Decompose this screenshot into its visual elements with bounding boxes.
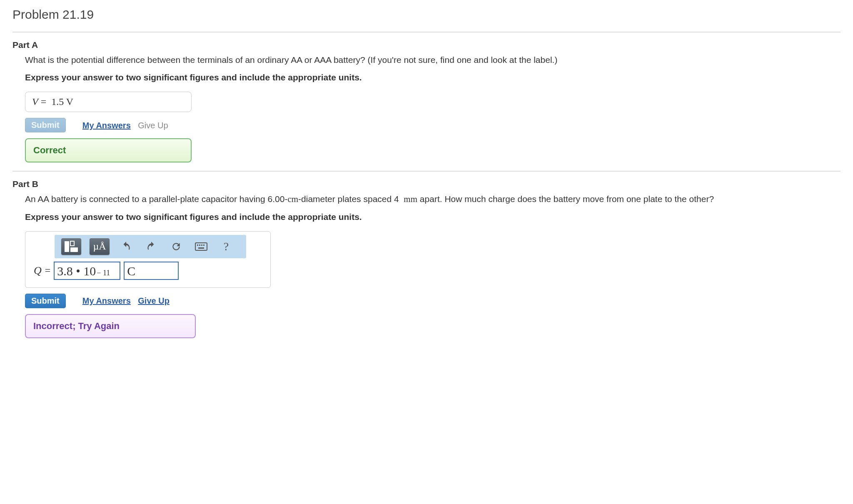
q-text: apart. How much charge does the battery … (417, 194, 714, 204)
part-a-feedback: Correct (25, 138, 192, 162)
keyboard-icon[interactable] (193, 238, 210, 255)
redo-icon[interactable] (143, 238, 160, 255)
svg-rect-0 (65, 241, 69, 252)
part-a-answer-value: 1.5 V (51, 96, 73, 107)
part-a-answer-var: V (32, 96, 38, 107)
part-b-instruction: Express your answer to two significant f… (25, 212, 841, 222)
submit-button[interactable]: Submit (25, 118, 66, 132)
part-b-answer-var: Q (34, 264, 42, 277)
svg-rect-1 (70, 241, 74, 246)
q-unit: cm (287, 194, 298, 204)
part-a-header: Part A (12, 40, 841, 50)
svg-rect-3 (195, 243, 207, 250)
part-b-question: An AA battery is connected to a parallel… (25, 193, 841, 205)
part-a-answer-box: V = 1.5 V (25, 92, 192, 112)
divider (12, 171, 841, 172)
svg-rect-2 (70, 247, 78, 252)
q-text: -diameter plates spaced 4 (298, 194, 401, 204)
give-up-link: Give Up (138, 121, 168, 130)
problem-title: Problem 21.19 (12, 7, 841, 22)
svg-rect-8 (198, 247, 204, 249)
value-input[interactable]: 3.8 • 10− 11 (54, 262, 120, 280)
unit-input[interactable]: C (124, 262, 179, 280)
part-a-answer-eq: = (41, 96, 47, 107)
part-a-button-row: Submit My Answers Give Up (25, 118, 841, 132)
part-a-instruction: Express your answer to two significant f… (25, 72, 841, 82)
value-base: 3.8 • 10 (57, 264, 96, 278)
part-a-question: What is the potential difference between… (25, 54, 841, 66)
part-b-answer-eq: = (45, 265, 51, 276)
reset-icon[interactable] (168, 238, 185, 255)
q-text: An AA battery is connected to a parallel… (25, 194, 287, 204)
equation-toolbar: µÅ ? (55, 235, 246, 258)
part-b-body: An AA battery is connected to a parallel… (12, 193, 841, 338)
part-b-feedback: Incorrect; Try Again (25, 314, 196, 338)
give-up-link[interactable]: Give Up (138, 296, 170, 305)
svg-rect-5 (199, 245, 200, 246)
q-unit: mm (404, 194, 417, 204)
value-exp: − 11 (97, 269, 110, 277)
svg-rect-4 (197, 245, 198, 246)
part-b-answer-area: µÅ ? Q = 3.8 • 10− 11 C (25, 231, 271, 288)
part-a-body: What is the potential difference between… (12, 54, 841, 163)
svg-rect-6 (201, 245, 202, 246)
submit-button[interactable]: Submit (25, 294, 66, 308)
part-b-answer-row: Q = 3.8 • 10− 11 C (25, 262, 270, 287)
part-b-header: Part B (12, 179, 841, 189)
my-answers-link[interactable]: My Answers (82, 296, 131, 305)
divider (12, 32, 841, 32)
undo-icon[interactable] (118, 238, 135, 255)
my-answers-link[interactable]: My Answers (82, 121, 131, 130)
svg-rect-7 (203, 245, 205, 246)
units-icon[interactable]: µÅ (90, 238, 110, 255)
help-icon[interactable]: ? (218, 238, 234, 255)
template-icon[interactable] (61, 238, 81, 255)
part-b-button-row: Submit My Answers Give Up (25, 294, 841, 308)
